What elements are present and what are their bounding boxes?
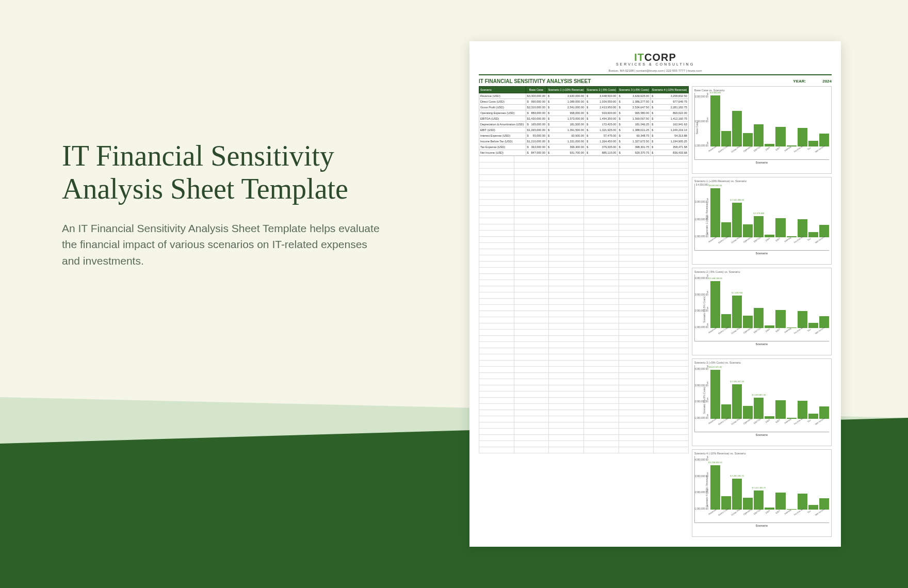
empty-cell <box>549 187 584 193</box>
bar-wrap: $ 3,258,832.50 <box>710 465 720 510</box>
chart-bar <box>775 310 785 328</box>
empty-cell <box>514 398 549 404</box>
empty-cell <box>654 169 689 175</box>
empty-cell <box>514 231 549 237</box>
cell-value: $60,348.75 <box>618 133 651 139</box>
cell-value: $1,249,219.13 <box>651 127 689 133</box>
empty-cell <box>583 391 619 398</box>
empty-cell <box>583 224 619 231</box>
empty-cell <box>479 311 514 317</box>
row-label: Gross Profit (USD) <box>479 105 526 110</box>
empty-cell <box>619 342 654 348</box>
empty-cell <box>514 323 549 330</box>
empty-cell <box>619 336 654 342</box>
empty-cell <box>479 169 514 175</box>
cell-value: $965,580.00 <box>618 110 651 116</box>
empty-cell <box>654 218 689 224</box>
y-axis-title: Scenario 2 (-5% Costs) <box>703 296 706 323</box>
empty-cell <box>479 206 514 212</box>
cell-value: $2,541,000.00 <box>547 105 586 110</box>
empty-cell <box>479 404 514 410</box>
title-row: IT FINANCIAL SENSITIVITY ANALYSIS SHEET … <box>479 78 832 84</box>
empty-cell <box>479 193 514 200</box>
bar-label: $3,620,925.00 <box>709 366 722 368</box>
chart-bar <box>732 111 742 146</box>
empty-cell <box>619 206 654 212</box>
empty-cell <box>583 169 619 175</box>
empty-cell <box>619 435 654 441</box>
empty-cell <box>619 280 654 286</box>
empty-cell <box>619 367 654 373</box>
empty-cell <box>514 367 549 373</box>
chart-bar <box>775 400 785 419</box>
cell-value: $162,941.63 <box>651 122 689 127</box>
empty-cell <box>619 187 654 193</box>
cell-value: $181,046.25 <box>618 122 651 127</box>
chart-area: $ 4,000,000.00$ 3,000,000.00$ 2,000,000.… <box>694 274 829 341</box>
empty-cell <box>583 422 619 429</box>
bar-wrap: $ 1,569,067.50 <box>754 398 764 419</box>
chart-bar: $ 2,413,950 <box>732 296 742 328</box>
bar-label: $ 2,534,647.50 <box>730 380 744 383</box>
empty-cell <box>654 391 689 398</box>
empty-cell <box>514 187 549 193</box>
empty-cell <box>514 422 549 429</box>
empty-cell <box>583 330 619 336</box>
empty-cell <box>549 330 584 336</box>
empty-cell <box>654 305 689 311</box>
contact-line: Boston, MA 02108 | contact@itcorp.com | … <box>479 69 832 72</box>
cell-value: $165,000.00 <box>526 122 547 127</box>
empty-cell <box>514 224 549 231</box>
chart-bar <box>754 308 764 328</box>
chart-bar <box>721 404 731 419</box>
empty-cell <box>619 175 654 181</box>
empty-cell <box>654 292 689 299</box>
cell-value: $1,331,000.00 <box>547 139 586 144</box>
empty-cell <box>479 354 514 361</box>
bar-wrap <box>754 124 764 146</box>
empty-cell <box>514 317 549 323</box>
cell-value: $1,569,067.50 <box>618 116 651 122</box>
logo-main: ITCORP <box>479 52 832 63</box>
empty-cell <box>619 373 654 379</box>
empty-cell <box>654 404 689 410</box>
empty-cell <box>619 156 654 162</box>
empty-cell <box>583 181 619 187</box>
cell-value: $977,649.75 <box>651 99 689 105</box>
bar-wrap: $3,620,925.00 <box>710 370 720 419</box>
empty-cell <box>549 224 584 231</box>
empty-cell <box>549 237 584 243</box>
empty-cell <box>479 379 514 385</box>
empty-cell <box>583 243 619 249</box>
bar-label: $ 3,448,500.00 <box>708 277 722 280</box>
empty-cell <box>654 342 689 348</box>
cell-value: $929,370.75 <box>618 150 651 156</box>
col-header: Scenario 4 (-10% Revenue) <box>651 87 689 93</box>
bar-wrap: $ 3,448,500.00 <box>710 281 720 328</box>
x-axis-labels: RevenueDirect CostsGross ProfitOperating… <box>710 328 829 341</box>
bar-wrap <box>721 404 731 419</box>
empty-cell <box>479 422 514 429</box>
row-label: EBITDA (USD) <box>479 116 526 122</box>
empty-cell <box>583 354 619 361</box>
empty-cell <box>479 336 514 342</box>
empty-cell <box>583 274 619 280</box>
empty-cell <box>654 200 689 206</box>
empty-cell <box>583 336 619 342</box>
cell-value: $3,448,500.00 <box>585 93 617 99</box>
empty-cell <box>583 317 619 323</box>
empty-cell <box>583 447 619 453</box>
empty-cell <box>549 193 584 200</box>
x-axis-title: Scenario <box>694 252 829 255</box>
empty-cell <box>654 181 689 187</box>
empty-cell <box>479 435 514 441</box>
empty-cell <box>654 398 689 404</box>
empty-cell <box>654 435 689 441</box>
empty-cell <box>583 156 619 162</box>
page-description: An IT Financial Sensitivity Analysis She… <box>62 220 382 269</box>
empty-cell <box>549 299 584 305</box>
empty-cell <box>619 422 654 429</box>
chart-area: $ 4,000,000.00$ 3,000,000.00$ 2,000,000.… <box>694 365 829 432</box>
row-label: Depreciation & Amortization (USD) <box>479 122 526 127</box>
bar-label: $ 3,258,832.50 <box>708 461 722 464</box>
